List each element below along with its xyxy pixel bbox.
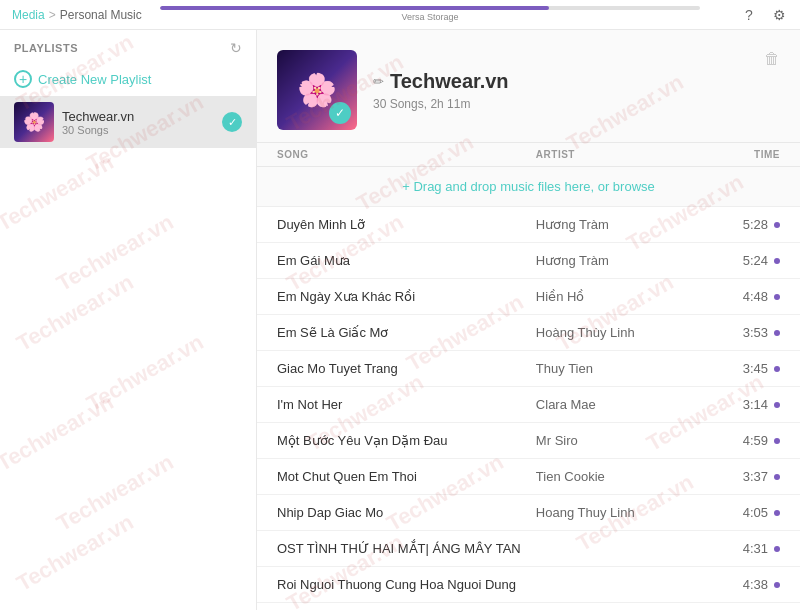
table-row[interactable]: Giac Mo Tuyet TrangThuy Tien3:45 <box>257 351 800 387</box>
song-time: 3:45 <box>730 361 780 376</box>
breadcrumb-sep: > <box>49 8 56 22</box>
song-dot-icon <box>774 330 780 336</box>
plus-circle-icon: + <box>14 70 32 88</box>
playlist-thumb-flower: 🌸 <box>23 111 45 133</box>
song-artist: Mr Siro <box>536 433 730 448</box>
help-icon[interactable]: ? <box>740 6 758 24</box>
sidebar-section-label: Playlists <box>14 42 78 54</box>
song-name: OST TÌNH THỨ HAI MẮT| ÁNG MÂY TAN <box>277 541 536 556</box>
song-name: Em Sẽ Là Giấc Mơ <box>277 325 536 340</box>
song-dot-icon <box>774 366 780 372</box>
song-time: 5:24 <box>730 253 780 268</box>
song-artist: Tien Cookie <box>536 469 730 484</box>
table-row[interactable]: Em Sẽ Là Giấc MơHoàng Thùy Linh3:53 <box>257 315 800 351</box>
table-row[interactable]: Nhip Dap Giac MoHoang Thuy Linh4:05 <box>257 495 800 531</box>
song-duration: 3:14 <box>743 397 768 412</box>
sidebar-header: Playlists ↻ <box>0 30 256 62</box>
song-artist: Hương Tràm <box>536 253 730 268</box>
song-duration: 3:53 <box>743 325 768 340</box>
playlist-info: Techwear.vn 30 Songs <box>62 109 222 136</box>
top-right-actions: ? ⚙ <box>740 0 788 30</box>
storage-label: Versa Storage <box>160 12 700 22</box>
song-dot-icon <box>774 546 780 552</box>
playlist-check-icon: ✓ <box>222 112 242 132</box>
playlist-count: 30 Songs <box>62 124 222 136</box>
main-content: 🌸 ✓ ✏ Techwear.vn 30 Songs, 2h 11m 🗑 SON… <box>257 30 800 610</box>
song-duration: 4:38 <box>743 577 768 592</box>
song-dot-icon <box>774 402 780 408</box>
song-time: 4:59 <box>730 433 780 448</box>
storage-progress-area: Versa Storage <box>160 6 700 24</box>
song-name: Giac Mo Tuyet Trang <box>277 361 536 376</box>
song-time: 4:48 <box>730 289 780 304</box>
playlist-header: 🌸 ✓ ✏ Techwear.vn 30 Songs, 2h 11m 🗑 <box>257 30 800 142</box>
playlist-thumb-inner: 🌸 <box>14 102 54 142</box>
song-time: 4:38 <box>730 577 780 592</box>
song-time: 3:14 <box>730 397 780 412</box>
song-duration: 5:24 <box>743 253 768 268</box>
song-dot-icon <box>774 222 780 228</box>
table-row[interactable]: Mot Chut Quen Em ThoiTien Cookie3:37 <box>257 459 800 495</box>
song-artist: Hiền Hồ <box>536 289 730 304</box>
song-name: Mot Chut Quen Em Thoi <box>277 469 536 484</box>
song-dot-icon <box>774 582 780 588</box>
table-row[interactable]: Roi Nguoi Thuong Cung Hoa Nguoi Dung4:38 <box>257 567 800 603</box>
song-dot-icon <box>774 294 780 300</box>
song-time: 4:31 <box>730 541 780 556</box>
playlist-name: Techwear.vn <box>62 109 222 124</box>
song-artist: Thuy Tien <box>536 361 730 376</box>
refresh-icon[interactable]: ↻ <box>230 40 242 56</box>
playlist-thumbnail: 🌸 <box>14 102 54 142</box>
delete-icon[interactable]: 🗑 <box>764 50 780 68</box>
col-header-song: SONG <box>277 149 536 160</box>
song-name: Roi Nguoi Thuong Cung Hoa Nguoi Dung <box>277 577 536 592</box>
table-row[interactable]: Sau Tat CaTien Cookie3:25 <box>257 603 800 610</box>
table-row[interactable]: Em Gái MưaHương Tràm5:24 <box>257 243 800 279</box>
progress-bar-background <box>160 6 700 10</box>
playlist-cover: 🌸 ✓ <box>277 50 357 130</box>
song-name: Em Gái Mưa <box>277 253 536 268</box>
song-duration: 3:37 <box>743 469 768 484</box>
table-row[interactable]: I'm Not HerClara Mae3:14 <box>257 387 800 423</box>
sidebar: Playlists ↻ + Create New Playlist 🌸 Tech… <box>0 30 257 610</box>
song-name: Nhip Dap Giac Mo <box>277 505 536 520</box>
song-dot-icon <box>774 510 780 516</box>
song-dot-icon <box>774 438 780 444</box>
playlist-title-row: ✏ Techwear.vn <box>373 70 780 93</box>
breadcrumb: Media > Personal Music <box>12 8 142 22</box>
col-header-time: TIME <box>730 149 780 160</box>
col-header-artist: ARTIST <box>536 149 730 160</box>
song-duration: 4:31 <box>743 541 768 556</box>
drop-text: + Drag and drop music files here, or bro… <box>402 179 655 194</box>
song-time: 3:37 <box>730 469 780 484</box>
song-time: 5:28 <box>730 217 780 232</box>
drop-area[interactable]: + Drag and drop music files here, or bro… <box>257 167 800 207</box>
create-playlist-label: Create New Playlist <box>38 72 151 87</box>
table-row[interactable]: Một Bước Yêu Vạn Dặm ĐauMr Siro4:59 <box>257 423 800 459</box>
edit-icon[interactable]: ✏ <box>373 74 384 89</box>
breadcrumb-personal-music: Personal Music <box>60 8 142 22</box>
create-playlist-button[interactable]: + Create New Playlist <box>0 62 256 96</box>
main-layout: Playlists ↻ + Create New Playlist 🌸 Tech… <box>0 30 800 610</box>
playlist-meta: ✏ Techwear.vn 30 Songs, 2h 11m <box>373 70 780 111</box>
settings-icon[interactable]: ⚙ <box>770 6 788 24</box>
song-time: 3:53 <box>730 325 780 340</box>
breadcrumb-media[interactable]: Media <box>12 8 45 22</box>
table-row[interactable]: OST TÌNH THỨ HAI MẮT| ÁNG MÂY TAN4:31 <box>257 531 800 567</box>
progress-bar-fill <box>160 6 549 10</box>
song-duration: 4:48 <box>743 289 768 304</box>
song-time: 4:05 <box>730 505 780 520</box>
song-artist: Clara Mae <box>536 397 730 412</box>
song-artist: Hương Tràm <box>536 217 730 232</box>
song-duration: 3:45 <box>743 361 768 376</box>
song-duration: 4:59 <box>743 433 768 448</box>
song-artist: Hoang Thuy Linh <box>536 505 730 520</box>
table-row[interactable]: Duyên Minh LỡHương Tràm5:28 <box>257 207 800 243</box>
song-name: Một Bước Yêu Vạn Dặm Đau <box>277 433 536 448</box>
playlist-item[interactable]: 🌸 Techwear.vn 30 Songs ✓ <box>0 96 256 148</box>
table-row[interactable]: Em Ngày Xưa Khác RồiHiền Hồ4:48 <box>257 279 800 315</box>
playlist-cover-check: ✓ <box>329 102 351 124</box>
song-dot-icon <box>774 474 780 480</box>
song-duration: 5:28 <box>743 217 768 232</box>
song-name: Duyên Minh Lỡ <box>277 217 536 232</box>
